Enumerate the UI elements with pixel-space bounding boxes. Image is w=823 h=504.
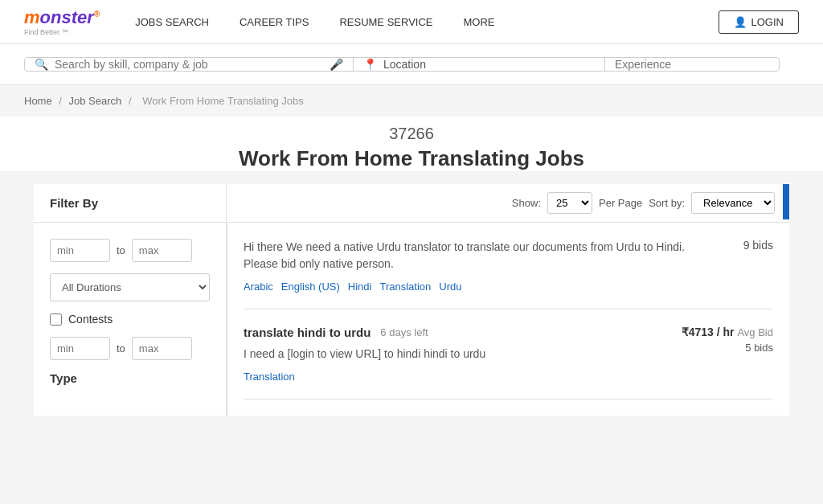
job-2-title-row: translate hindi to urdu 6 days left xyxy=(244,326,665,339)
show-select[interactable]: 25 50 100 xyxy=(547,192,592,214)
sidebar: to All Durations Full Time Part Time Hou… xyxy=(34,223,227,416)
breadcrumb-sep2: / xyxy=(129,95,134,107)
job-card-1: Hi there We need a native Urdu translato… xyxy=(244,223,773,309)
salary-filter-row2: to xyxy=(50,337,210,360)
results-controls-row: Filter By Show: 25 50 100 Per Page Sort … xyxy=(34,184,789,223)
salary-filter-row: to xyxy=(50,239,210,262)
results-count: 37266 xyxy=(0,125,823,143)
skill-search-input[interactable] xyxy=(55,58,323,71)
location-icon: 📍 xyxy=(363,58,377,71)
filter-by-header: Filter By xyxy=(34,185,227,221)
filter-to-label2: to xyxy=(117,342,125,354)
job-1-tag-hindi[interactable]: Hindi xyxy=(348,281,372,293)
job-1-description: Hi there We need a native Urdu translato… xyxy=(244,239,710,272)
job-2-price: ₹4713 / hr Avg Bid xyxy=(682,326,773,338)
show-label: Show: xyxy=(512,197,541,209)
max-salary-input[interactable] xyxy=(132,239,192,262)
type-header: Type xyxy=(50,371,210,385)
experience-search-area xyxy=(605,58,779,71)
contests-label: Contests xyxy=(68,313,113,326)
skill-search-area: 🔍 🎤 xyxy=(25,58,354,71)
job-1-tag-english[interactable]: English (US) xyxy=(281,281,340,293)
sort-select[interactable]: Relevance Date Price xyxy=(691,192,775,214)
breadcrumb-home[interactable]: Home xyxy=(24,95,52,107)
main-nav: JOBS SEARCH CAREER TIPS RESUME SERVICE M… xyxy=(132,16,718,28)
job-2-price-suffix: Avg Bid xyxy=(737,326,773,338)
content-area: to All Durations Full Time Part Time Hou… xyxy=(34,223,789,416)
results-title: Work From Home Translating Jobs xyxy=(0,146,823,171)
contests-row: Contests xyxy=(50,313,210,326)
nav-resume-service[interactable]: RESUME SERVICE xyxy=(336,16,436,28)
results-controls: Show: 25 50 100 Per Page Sort by: Releva… xyxy=(227,184,783,222)
job-1-desc-text: Hi there We need a native Urdu translato… xyxy=(244,240,685,270)
results-title-section: 37266 Work From Home Translating Jobs xyxy=(0,117,823,171)
nav-career-tips[interactable]: CAREER TIPS xyxy=(236,16,312,28)
logo-tagline: Find Better.™ xyxy=(24,28,100,36)
blue-accent-bar xyxy=(783,184,789,219)
min-salary-input2[interactable] xyxy=(50,337,110,360)
nav-more[interactable]: MORE xyxy=(460,16,497,28)
search-section: 🔍 🎤 📍 xyxy=(0,44,823,85)
nav-jobs-search[interactable]: JOBS SEARCH xyxy=(132,16,212,28)
logo: monster® Find Better.™ xyxy=(24,7,100,36)
job-1-tag-arabic[interactable]: Arabic xyxy=(244,281,273,293)
job-2-bids: 5 bids xyxy=(682,342,773,354)
job-1-bids: 9 bids xyxy=(743,239,773,252)
search-bar: 🔍 🎤 📍 xyxy=(24,57,780,72)
header: monster® Find Better.™ JOBS SEARCH CAREE… xyxy=(0,0,823,44)
job-2-right: ₹4713 / hr Avg Bid 5 bids xyxy=(682,326,773,354)
job-card-1-top: Hi there We need a native Urdu translato… xyxy=(244,239,773,272)
per-page-label: Per Page xyxy=(599,197,642,209)
filter-to-label: to xyxy=(117,244,125,256)
job-2-title: translate hindi to urdu xyxy=(244,326,371,339)
breadcrumb-job-search[interactable]: Job Search xyxy=(69,95,122,107)
job-2-desc-text: I need a [login to view URL] to hindi hi… xyxy=(244,347,485,360)
mic-icon: 🎤 xyxy=(330,58,343,71)
min-salary-input[interactable] xyxy=(50,239,110,262)
job-2-tags: Translation xyxy=(244,371,665,383)
location-search-area: 📍 xyxy=(354,58,605,71)
location-search-input[interactable] xyxy=(383,58,595,71)
logo-name: monster® xyxy=(24,7,100,28)
job-2-tag-translation[interactable]: Translation xyxy=(244,371,295,383)
contests-checkbox[interactable] xyxy=(50,313,62,326)
job-1-tags: Arabic English (US) Hindi Translation Ur… xyxy=(244,281,773,293)
search-icon: 🔍 xyxy=(35,58,48,71)
job-card-2-top: translate hindi to urdu 6 days left I ne… xyxy=(244,326,773,383)
job-card-2: translate hindi to urdu 6 days left I ne… xyxy=(244,309,773,400)
login-button[interactable]: 👤 LOGIN xyxy=(719,10,799,34)
experience-search-input[interactable] xyxy=(615,58,769,71)
max-salary-input2[interactable] xyxy=(132,337,192,360)
breadcrumb-current: Work From Home Translating Jobs xyxy=(142,95,304,107)
sort-label: Sort by: xyxy=(649,197,685,209)
breadcrumb: Home / Job Search / Work From Home Trans… xyxy=(0,85,823,117)
job-1-tag-urdu[interactable]: Urdu xyxy=(439,281,461,293)
job-2-left: translate hindi to urdu 6 days left I ne… xyxy=(244,326,665,383)
breadcrumb-sep1: / xyxy=(59,95,64,107)
login-label: LOGIN xyxy=(751,16,784,28)
job-2-days-left: 6 days left xyxy=(380,326,428,338)
job-2-price-value: ₹4713 / hr xyxy=(682,326,735,338)
person-icon: 👤 xyxy=(734,16,747,28)
job-1-tag-translation[interactable]: Translation xyxy=(379,281,431,293)
job-2-description: I need a [login to view URL] to hindi hi… xyxy=(244,346,665,363)
duration-select[interactable]: All Durations Full Time Part Time Hourly xyxy=(50,273,210,301)
results-list: Hi there We need a native Urdu translato… xyxy=(227,223,789,416)
